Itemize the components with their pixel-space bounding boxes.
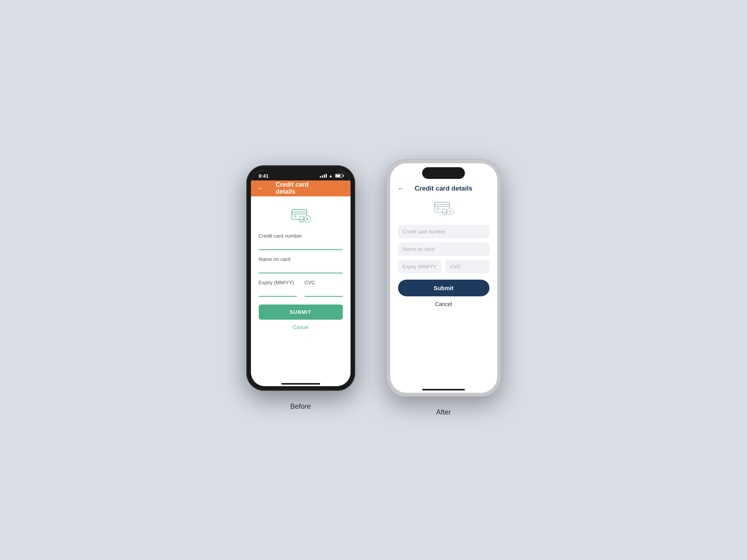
before-back-button[interactable]: ← <box>257 184 264 192</box>
after-home-bar <box>422 389 465 390</box>
after-card-icon-container: $ <box>398 198 489 218</box>
before-status-time: 9:41 <box>259 173 269 179</box>
after-card-number-input[interactable] <box>398 225 489 238</box>
before-cvc-label: CVC <box>305 280 343 285</box>
after-phone-frame: ← Credit card details $ <box>386 159 501 397</box>
before-card-icon-container: $ <box>259 206 343 225</box>
before-cvc-input[interactable] <box>305 287 343 297</box>
after-navbar: ← Credit card details <box>398 185 489 192</box>
before-card-number-label: Credit card number <box>259 233 343 239</box>
before-cancel-link[interactable]: Cancel <box>259 324 343 330</box>
svg-point-2 <box>294 215 296 217</box>
before-phone-screen: 9:41 ▲ <box>251 170 351 386</box>
after-name-input[interactable] <box>398 242 489 256</box>
after-back-button[interactable]: ← <box>398 185 404 192</box>
before-name-input[interactable] <box>259 264 343 273</box>
svg-text:$: $ <box>306 217 308 221</box>
after-nav-title: Credit card details <box>415 185 472 192</box>
after-home-indicator <box>390 386 497 393</box>
before-section: 9:41 ▲ <box>246 165 355 411</box>
phones-container: 9:41 ▲ <box>231 136 517 424</box>
after-expiry-field <box>398 260 442 273</box>
svg-point-9 <box>437 208 439 210</box>
before-phone-frame: 9:41 ▲ <box>246 165 355 391</box>
after-phone-screen: ← Credit card details $ <box>390 163 497 393</box>
svg-rect-8 <box>435 205 450 206</box>
card-icon: $ <box>289 206 312 225</box>
after-cancel-link[interactable]: Cancel <box>398 301 489 307</box>
after-content: ← Credit card details $ <box>390 179 497 386</box>
before-expiry-input[interactable] <box>259 287 297 297</box>
after-card-number-field <box>398 225 489 238</box>
signal-icon <box>320 174 327 178</box>
before-expiry-cvc-row: Expiry (MM/YY) CVC <box>259 280 343 297</box>
after-card-icon: $ <box>432 198 455 218</box>
before-submit-button[interactable]: SUBMIT <box>259 304 343 320</box>
svg-rect-1 <box>291 212 307 214</box>
before-nav-title: Credit card details <box>276 181 326 195</box>
before-label: Before <box>290 402 311 411</box>
before-card-number-input[interactable] <box>259 240 343 250</box>
after-label: After <box>436 408 451 416</box>
battery-icon <box>335 174 343 178</box>
after-name-field <box>398 242 489 256</box>
dynamic-island <box>422 167 465 179</box>
after-cvc-input[interactable] <box>445 260 489 273</box>
before-content: $ Credit card number Name on card <box>251 196 351 380</box>
after-expiry-input[interactable] <box>398 260 442 273</box>
before-expiry-field: Expiry (MM/YY) <box>259 280 297 297</box>
svg-text:$: $ <box>449 210 451 214</box>
after-expiry-cvc-row <box>398 260 489 273</box>
after-submit-button[interactable]: Submit <box>398 280 489 296</box>
before-name-field: Name on card <box>259 256 343 273</box>
after-section: ← Credit card details $ <box>386 159 501 416</box>
wifi-icon: ▲ <box>329 173 333 178</box>
before-home-bar <box>281 383 320 385</box>
before-status-icons: ▲ <box>320 173 343 178</box>
before-name-label: Name on card <box>259 256 343 262</box>
before-navbar: ← Credit card details <box>251 180 351 196</box>
before-status-bar: 9:41 ▲ <box>251 170 351 180</box>
before-expiry-label: Expiry (MM/YY) <box>259 280 297 285</box>
before-card-number-field: Credit card number <box>259 233 343 250</box>
before-home-indicator <box>251 380 351 386</box>
before-cvc-field: CVC <box>305 280 343 297</box>
after-cvc-field <box>445 260 489 273</box>
